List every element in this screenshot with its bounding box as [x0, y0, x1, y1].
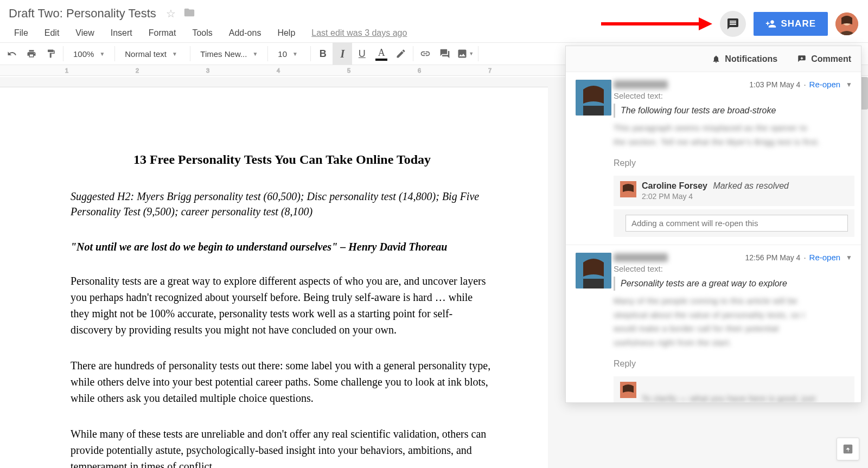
doc-p2: There are hundreds of personality tests … — [71, 357, 494, 406]
notifications-button[interactable]: Notifications — [712, 54, 777, 64]
share-label: SHARE — [781, 18, 816, 29]
reopen-link[interactable]: Re-open — [809, 80, 841, 89]
menu-help[interactable]: Help — [270, 26, 303, 40]
add-comment-input[interactable] — [626, 215, 848, 232]
print-button[interactable] — [22, 43, 41, 65]
replier-avatar — [620, 382, 636, 398]
commenter-avatar — [576, 80, 611, 116]
menu-file[interactable]: File — [7, 26, 36, 40]
document-page[interactable]: 13 Free Personality Tests You Can Take O… — [0, 87, 548, 468]
font-size-dropdown[interactable]: 10▼ — [270, 43, 308, 65]
share-button[interactable]: SHARE — [754, 12, 828, 36]
doc-quote: "Not until we are lost do we begin to un… — [71, 241, 494, 253]
menu-insert[interactable]: Insert — [103, 26, 140, 40]
menu-view[interactable]: View — [68, 26, 101, 40]
selected-text-quote: The following four tests are broad-strok… — [614, 104, 854, 118]
svg-text:4: 4 — [277, 67, 280, 74]
commenter-avatar — [576, 253, 611, 289]
zoom-dropdown[interactable]: 100%▼ — [66, 43, 112, 65]
svg-text:1: 1 — [65, 67, 68, 74]
comment-body-redacted: This paragraph seems misplaced as the op… — [614, 121, 854, 149]
selected-text-label: Selected text: — [614, 91, 854, 100]
text-color-button[interactable]: A — [372, 43, 391, 65]
replier-avatar — [620, 181, 636, 197]
menu-edit[interactable]: Edit — [37, 26, 67, 40]
svg-text:6: 6 — [418, 67, 421, 74]
insert-image-button[interactable]: ▼ — [455, 43, 476, 65]
document-title[interactable]: Draft Two: Personality Tests — [7, 5, 158, 22]
italic-button[interactable]: I — [333, 43, 352, 65]
reply-body-redacted: To clarify — what you have here is good,… — [642, 392, 848, 402]
comment-timestamp: 12:56 PM May 4 — [745, 253, 800, 262]
menu-format[interactable]: Format — [141, 26, 184, 40]
selected-text-quote: Personality tests are a great way to exp… — [614, 277, 854, 291]
svg-text:3: 3 — [206, 67, 209, 74]
comment-history-panel: Notifications Comment 1:03 PM May 4 · Re… — [565, 46, 861, 403]
thread-menu-icon[interactable]: ▼ — [844, 254, 854, 261]
comment-label: Comment — [811, 54, 851, 64]
replier-name: Caroline Forsey — [642, 181, 707, 190]
font-dropdown[interactable]: Times New...▼ — [193, 43, 265, 65]
notifications-label: Notifications — [725, 54, 777, 64]
svg-rect-13 — [583, 106, 604, 116]
svg-text:2: 2 — [136, 67, 139, 74]
reopen-link[interactable]: Re-open — [809, 253, 841, 262]
reply-link[interactable]: Reply — [614, 154, 636, 176]
comment-thread: 1:03 PM May 4 · Re-open ▼ Selected text:… — [566, 72, 861, 245]
comment-timestamp: 1:03 PM May 4 — [749, 80, 800, 89]
comment-thread: 12:56 PM May 4 · Re-open ▼ Selected text… — [566, 245, 861, 402]
account-avatar[interactable] — [835, 12, 858, 35]
commenter-name-redacted — [614, 253, 668, 262]
insert-link-button[interactable] — [416, 43, 435, 65]
doc-suggested: Suggested H2: Myers Brigg personality te… — [71, 189, 494, 219]
resolved-timestamp: 2:02 PM May 4 — [642, 191, 848, 201]
new-comment-button[interactable]: Comment — [797, 54, 851, 64]
selected-text-label: Selected text: — [614, 264, 854, 273]
menu-tools[interactable]: Tools — [184, 26, 220, 40]
underline-button[interactable]: U — [352, 43, 372, 65]
commenter-name-redacted — [614, 80, 668, 89]
sub-reply: To clarify — what you have here is good,… — [614, 376, 854, 402]
highlight-button[interactable] — [391, 43, 411, 65]
menu-addons[interactable]: Add-ons — [221, 26, 269, 40]
svg-rect-20 — [583, 279, 604, 289]
open-comment-history-button[interactable] — [720, 11, 746, 37]
thread-menu-icon[interactable]: ▼ — [844, 81, 854, 88]
paint-format-button[interactable] — [41, 43, 61, 65]
paragraph-style-dropdown[interactable]: Normal text▼ — [117, 43, 188, 65]
doc-heading: 13 Free Personality Tests You Can Take O… — [71, 152, 494, 167]
explore-button[interactable] — [837, 438, 859, 460]
resolved-status: Marked as resolved — [713, 181, 789, 190]
reply-link[interactable]: Reply — [614, 355, 636, 376]
doc-p3: While many of these tests are unreliable… — [71, 426, 494, 468]
undo-button[interactable] — [2, 43, 22, 65]
folder-move-icon[interactable] — [183, 7, 195, 21]
svg-text:7: 7 — [488, 67, 492, 74]
comment-body-redacted: Many of the people coming to this articl… — [614, 294, 854, 349]
insert-comment-button[interactable] — [435, 43, 455, 65]
last-edit-link[interactable]: Last edit was 3 days ago — [304, 28, 407, 38]
star-icon[interactable]: ☆ — [166, 7, 176, 20]
resolved-reply: Caroline Forsey Marked as resolved 2:02 … — [614, 176, 854, 206]
svg-marker-1 — [699, 17, 712, 30]
replier-name-redacted — [642, 382, 685, 389]
svg-text:5: 5 — [347, 67, 350, 74]
bold-button[interactable]: B — [313, 43, 333, 65]
doc-p1: Personality tests are a great way to exp… — [71, 273, 494, 338]
annotation-arrow — [598, 13, 712, 35]
